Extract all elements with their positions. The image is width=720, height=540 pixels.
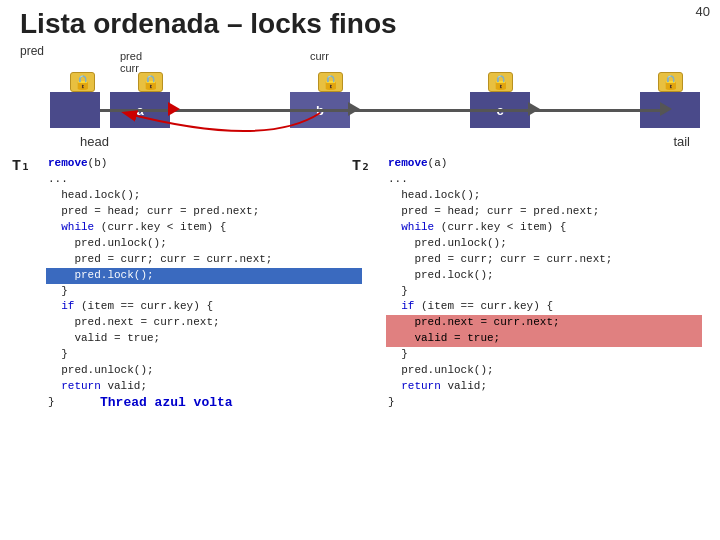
head-label: head — [80, 134, 109, 149]
code-t1-l12: } — [48, 347, 360, 363]
code-t2-l9: if (item == curr.key) { — [388, 299, 700, 315]
pred-curr-label: predcurr — [120, 50, 142, 74]
code-t2-l10: pred.next = curr.next; — [386, 315, 702, 331]
lock-head: 🔒 — [70, 72, 95, 92]
tail-label: tail — [673, 134, 690, 149]
code-t2-l13: pred.unlock(); — [388, 363, 700, 379]
code-t2-l12: } — [388, 347, 700, 363]
code-block-t2: T₂ remove(a) ... head.lock(); pred = hea… — [360, 156, 700, 411]
code-t2-l5: pred.unlock(); — [388, 236, 700, 252]
code-t1-l11: valid = true; — [48, 331, 360, 347]
code-t1-l2: head.lock(); — [48, 188, 360, 204]
t1-label: T₁ — [12, 156, 30, 178]
lock-d: 🔒 — [658, 72, 683, 92]
code-t2-l8: } — [388, 284, 700, 300]
code-t2-l15: } — [388, 395, 700, 411]
thread-azul-label: Thread azul volta — [100, 394, 233, 413]
t2-label: T₂ — [352, 156, 370, 178]
lock-b: 🔒 — [318, 72, 343, 92]
lock-c: 🔒 — [488, 72, 513, 92]
code-t2-l6: pred = curr; curr = curr.next; — [388, 252, 700, 268]
code-t2-l11: valid = true; — [386, 331, 702, 347]
arrow-line — [100, 109, 660, 112]
code-t2-header: remove(a) — [388, 156, 700, 172]
arrow-end — [660, 102, 672, 116]
code-t1-l7: pred.lock(); — [46, 268, 362, 284]
code-t1-l3: pred = head; curr = pred.next; — [48, 204, 360, 220]
code-t2-l7: pred.lock(); — [388, 268, 700, 284]
code-t2-l2: head.lock(); — [388, 188, 700, 204]
code-t2-l3: pred = head; curr = pred.next; — [388, 204, 700, 220]
page-number: 40 — [696, 4, 710, 19]
page-title: Lista ordenada – locks finos — [0, 0, 720, 44]
lock-a: 🔒 — [138, 72, 163, 92]
code-t1-header: remove(b) — [48, 156, 360, 172]
head-node — [50, 92, 100, 128]
code-t1-l9: if (item == curr.key) { — [48, 299, 360, 315]
diagram-area: pred predcurr curr 🔒 🔒 🔒 🔒 🔒 a b c head … — [20, 44, 700, 154]
code-t1-l6: pred = curr; curr = curr.next; — [48, 252, 360, 268]
code-t1-l8: } — [48, 284, 360, 300]
arrow-a-to-b — [168, 102, 180, 116]
curr-label: curr — [310, 50, 329, 62]
code-area: T₁ remove(b) ... head.lock(); pred = hea… — [0, 156, 720, 411]
code-t1-l5: pred.unlock(); — [48, 236, 360, 252]
code-t1-l10: pred.next = curr.next; — [48, 315, 360, 331]
code-t1-l1: ... — [48, 172, 360, 188]
code-t1-l4: while (curr.key < item) { — [48, 220, 360, 236]
code-t2-l4: while (curr.key < item) { — [388, 220, 700, 236]
arrow-c-to-d — [528, 102, 540, 116]
code-t2-l14: return valid; — [388, 379, 700, 395]
code-t1-l13: pred.unlock(); — [48, 363, 360, 379]
code-block-t1: T₁ remove(b) ... head.lock(); pred = hea… — [20, 156, 360, 411]
arrow-b-to-c — [348, 102, 360, 116]
code-t2-l1: ... — [388, 172, 700, 188]
code-t1-l14: return valid; — [48, 379, 360, 395]
